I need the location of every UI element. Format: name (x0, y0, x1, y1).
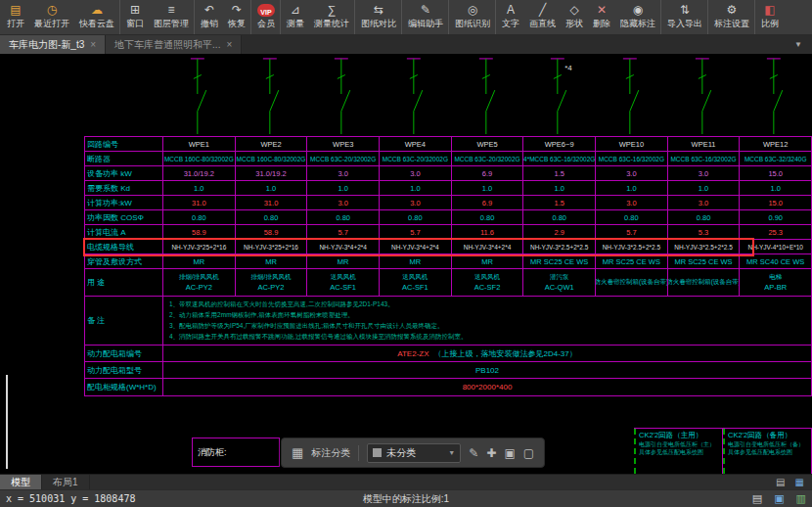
sheet-icon[interactable]: ▤ (776, 477, 785, 487)
toolbar-button[interactable]: ≡ 图层管理 (149, 0, 195, 34)
toolbar-button-label: 画直线 (529, 18, 556, 30)
tab-layout1[interactable]: 布局1 (42, 475, 90, 489)
table-row: 穿管及敷设方式 MR MR MR MR MR MR SC25 CE WS MR … (85, 254, 811, 269)
table-cell: MCCB 63C-20/32002G (451, 152, 523, 165)
ck-circuit-title: CK2'2回路（备用） (728, 431, 808, 440)
row-label: 设备功率 kW (85, 166, 162, 180)
draw-line-icon: ╱ (539, 4, 546, 17)
cloud-drive-icon: ☁ (91, 4, 103, 17)
circuit-symbol (738, 56, 810, 134)
row-label: 计算电流 A (85, 225, 162, 239)
toolbar-button[interactable]: ⇆ 图纸对比 (356, 0, 402, 34)
toolbar-button[interactable]: ◷ 最近打开 (29, 0, 74, 34)
circuit-symbol (450, 56, 522, 134)
table-cell: 0.80 (667, 210, 740, 224)
table-cell: 15.0 (739, 196, 811, 209)
document-tabbar: 车库电力图-新_t3 × 地下车库普通照明和平... × ▼ (0, 35, 812, 54)
toolbar-button[interactable]: ◉ 隐藏标注 (615, 0, 661, 34)
table-cell: 0.80 (379, 210, 451, 224)
table-cell: MR (235, 254, 307, 268)
toolbar-button-label: 导入导出 (667, 18, 702, 30)
toolbar-button[interactable]: ◧ 比例 (756, 0, 784, 34)
close-icon[interactable]: × (90, 39, 96, 50)
copy-icon[interactable]: ▣ (504, 446, 515, 460)
toolbar-button[interactable]: ∑ 测量统计 (309, 0, 355, 34)
table-cell: 送风风机 AC-SF2 (451, 269, 523, 296)
layers-icon[interactable]: ▣ (774, 492, 784, 505)
table-cell: NH-YJV-3*2.5+2*2.5 (595, 240, 667, 254)
table-cell: 潜污泵 AC-QW1 (522, 269, 595, 296)
toolbar-button[interactable]: A 文字 (497, 0, 524, 34)
toolbar-button[interactable]: ⊞ 窗口 (121, 0, 149, 34)
table-cell: MR SC40 CE WS (739, 254, 811, 268)
toolbar-button[interactable]: ☁ 快看云盘 (74, 0, 120, 34)
measure-stats-icon: ∑ (328, 4, 337, 17)
toolbar-button-label: 删除 (593, 18, 610, 30)
toolbar-button-label: 窗口 (126, 18, 144, 30)
toolbar-button[interactable]: VIP 会员 (252, 0, 281, 34)
move-icon[interactable]: ✚ (486, 446, 496, 460)
table-cell: MR (306, 254, 379, 268)
table-cell: 58.9 (235, 225, 307, 239)
table-cell: WPE5 (451, 137, 523, 151)
grid-icon[interactable]: ▦ (292, 445, 303, 460)
layout-tabbar: 模型 布局1 ▤ ▦ (0, 474, 812, 489)
row-label: 动力配电箱编号 (85, 346, 162, 361)
cursor-coordinates: x = 510031 y = 1808478 (6, 493, 135, 504)
table-cell: 5.7 (306, 225, 379, 239)
toolbar-button[interactable]: ✕ 删除 (588, 0, 615, 34)
vip-icon: VIP (257, 4, 274, 17)
toolbar-button[interactable]: ⚙ 标注设置 (709, 0, 755, 34)
note-line: 2、动力箱体采用2mm钢板制作,箱体表面环氧树脂粉末喷塑处理。 (169, 309, 805, 320)
table-cell: NH-YJV-3*2.5+2*2.5 (522, 240, 595, 254)
recent-open-icon: ◷ (47, 4, 57, 17)
table-row: 功率因数 COSΦ 0.80 0.80 0.80 0.80 0.80 0.80 … (85, 210, 811, 225)
toolbar-button[interactable]: ↷ 恢复 (223, 0, 251, 34)
table-cell: NH-YJV-3*25+2*16 (235, 240, 307, 254)
table-cell: MCCB 160C-80/32002G (235, 152, 307, 165)
close-icon[interactable]: × (226, 39, 232, 50)
toolbar-button[interactable]: ╱ 画直线 (524, 0, 561, 34)
toolbar-button[interactable]: ⊿ 测量 (282, 0, 309, 34)
toolbar-button-label: 隐藏标注 (620, 18, 655, 30)
main-toolbar: ▤ 打开 ◷ 最近打开 ☁ 快看云盘 ⊞ 窗口 ≡ 图层管理 (0, 0, 812, 35)
fire-cabinet-annotation: 消防柜: (192, 438, 280, 467)
table-cell: 1.5 (522, 196, 595, 209)
measure-icon: ⊿ (291, 4, 300, 17)
more-icon[interactable]: ▢ (523, 446, 534, 460)
table-cell: 5.7 (379, 225, 451, 239)
tab-list-caret-icon[interactable]: ▼ (785, 35, 812, 54)
table-cell: NH-YJV-3*2.5+2*2.5 (667, 240, 740, 254)
toolbar-button-label: 恢复 (228, 18, 246, 30)
doc-tab-basement-lighting[interactable]: 地下车库普通照明和平... × (106, 35, 242, 54)
table-cell: NH-YJV-3*4+2*4 (379, 240, 451, 254)
message-icon[interactable]: ▥ (796, 492, 806, 505)
cad-canvas[interactable]: *4 (0, 54, 812, 474)
toolbar-button-label: 最近打开 (34, 18, 69, 30)
toolbar-button[interactable]: ✎ 编辑助手 (403, 0, 449, 34)
toolbar-button-label: 测量 (287, 18, 304, 30)
toolbar-button[interactable]: ◇ 形状 (561, 0, 588, 34)
file-icon[interactable]: ▤ (752, 492, 762, 505)
toolbar-button[interactable]: ⇅ 导入导出 (662, 0, 708, 34)
toolbar-button-label: 比例 (761, 18, 779, 30)
rename-icon[interactable]: ✎ (469, 446, 478, 460)
ck-circuit-note: CK2'2回路（备用） 电源引自变电所低压柜（备） 具体参见低压配电系统图 (723, 429, 812, 474)
category-dropdown[interactable]: 未分类 ▼ (367, 443, 461, 463)
toolbar-button[interactable]: ▤ 打开 (2, 0, 29, 34)
toolbar-button-label: 图纸对比 (361, 18, 396, 30)
row-label: 配电柜规格(W*H*D) (85, 379, 162, 395)
usage-row: 用 途 排烟/排风风机 AC-PY2 排烟/排风风机 AC-PY2 送风风机 A… (85, 269, 811, 297)
toolbar-button[interactable]: ◎ 图纸识别 (450, 0, 496, 34)
table-cell: 1.0 (235, 181, 307, 195)
row-label: 备 注 (85, 297, 162, 345)
table-cell: 3.0 (595, 166, 667, 180)
shape-icon: ◇ (569, 4, 578, 17)
grid-view-icon[interactable]: ▦ (795, 477, 804, 487)
toolbar-button[interactable]: ↶ 撤销 (196, 0, 223, 34)
toolbar-button-label: 形状 (565, 18, 583, 30)
table-cell: 31.0/19.2 (235, 166, 307, 180)
doc-tab-garage-power[interactable]: 车库电力图-新_t3 × (0, 35, 106, 54)
tab-model[interactable]: 模型 (0, 475, 42, 489)
bottom-right-icons: ▤ ▦ (776, 475, 812, 489)
